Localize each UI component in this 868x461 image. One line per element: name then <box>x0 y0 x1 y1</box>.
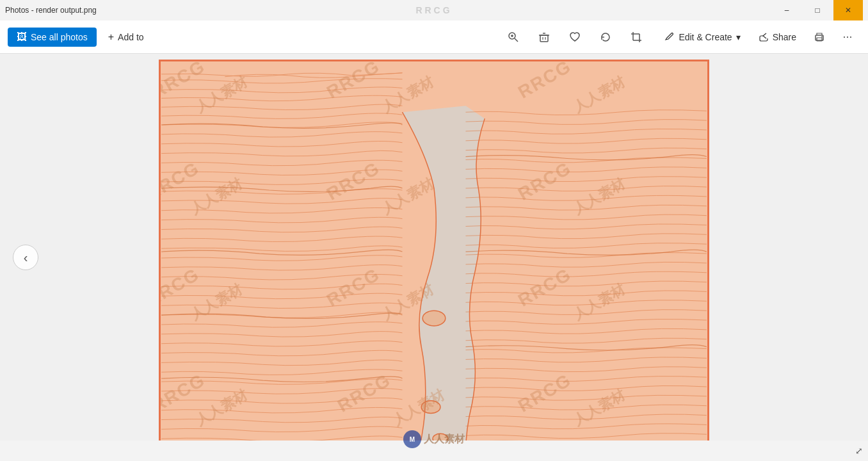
svg-rect-4 <box>540 35 548 42</box>
minimize-button[interactable]: – <box>772 0 801 20</box>
photos-icon: 🖼 <box>17 31 27 43</box>
edit-create-label: Edit & Create <box>679 32 732 42</box>
bottom-bar: ⤢ <box>0 441 868 461</box>
edit-create-button[interactable]: Edit & Create ▾ <box>657 28 748 46</box>
maximize-button[interactable]: □ <box>803 0 832 20</box>
add-to-label: Add to <box>118 32 143 42</box>
main-content: ‹ <box>0 54 868 461</box>
see-all-photos-button[interactable]: 🖼 See all photos <box>8 28 97 47</box>
edit-create-chevron: ▾ <box>736 32 741 42</box>
toolbar-icons <box>501 24 649 50</box>
svg-line-1 <box>515 38 518 42</box>
svg-point-17 <box>422 311 446 326</box>
topo-svg <box>161 61 707 453</box>
title-bar-center: RRCG <box>415 5 452 15</box>
expand-button[interactable]: ⤢ <box>855 446 863 456</box>
rotate-button[interactable] <box>593 24 618 50</box>
prev-image-button[interactable]: ‹ <box>13 245 38 270</box>
title-bar-controls: – □ ✕ <box>772 0 863 20</box>
app-title: Photos - render output.png <box>5 6 97 15</box>
toolbar-right: Edit & Create ▾ Share ··· <box>657 24 860 50</box>
print-button[interactable] <box>807 24 832 50</box>
see-all-photos-label: See all photos <box>31 32 88 42</box>
close-button[interactable]: ✕ <box>833 0 863 20</box>
svg-point-15 <box>821 36 823 37</box>
crop-button[interactable] <box>623 24 649 50</box>
more-options-button[interactable]: ··· <box>835 24 860 50</box>
topo-map: RRCG 人人素材 RRCG 人人素材 RRCG 人人素材 RRCG 人人素材 … <box>161 61 707 453</box>
toolbar: 🖼 See all photos + Add to <box>0 20 868 54</box>
title-bar: Photos - render output.png RRCG – □ ✕ <box>0 0 868 20</box>
svg-point-18 <box>421 401 440 414</box>
share-label: Share <box>773 32 796 42</box>
title-bar-left: Photos - render output.png <box>5 6 97 15</box>
more-icon: ··· <box>842 30 852 44</box>
left-arrow-icon: ‹ <box>24 250 28 265</box>
delete-button[interactable] <box>531 24 557 50</box>
add-to-button[interactable]: + Add to <box>99 28 153 47</box>
share-button[interactable]: Share <box>751 28 804 46</box>
zoom-button[interactable] <box>501 24 526 50</box>
center-watermark: RRCG <box>415 5 452 15</box>
heart-button[interactable] <box>562 24 588 50</box>
add-icon: + <box>108 31 114 43</box>
image-display: RRCG 人人素材 RRCG 人人素材 RRCG 人人素材 RRCG 人人素材 … <box>159 60 709 455</box>
